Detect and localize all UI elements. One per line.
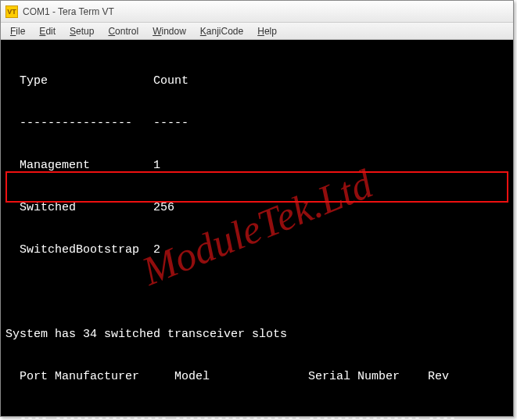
blank-line bbox=[1, 285, 513, 300]
menu-control[interactable]: Control bbox=[102, 24, 145, 38]
summary-header-dash: ---------------- ----- bbox=[1, 117, 513, 131]
menu-file[interactable]: File bbox=[4, 24, 31, 38]
menu-help[interactable]: Help bbox=[251, 24, 283, 38]
window-title: COM1 - Tera Term VT bbox=[23, 6, 114, 17]
app-window: VT COM1 - Tera Term VT File Edit Setup C… bbox=[0, 0, 514, 417]
summary-row: Switched 256 bbox=[1, 201, 513, 215]
summary-header: Type Count bbox=[1, 74, 513, 88]
watermark-text: ModuleTek.Ltd bbox=[142, 175, 373, 279]
terminal-area[interactable]: Type Count ---------------- ----- Manage… bbox=[1, 40, 513, 416]
menu-setup[interactable]: Setup bbox=[63, 24, 100, 38]
menubar: File Edit Setup Control Window KanjiCode… bbox=[1, 23, 513, 40]
app-icon: VT bbox=[5, 5, 18, 18]
summary-row: Management 1 bbox=[1, 159, 513, 173]
menu-window[interactable]: Window bbox=[146, 24, 192, 38]
highlight-ports-1-2 bbox=[5, 171, 508, 203]
menu-kanjicode[interactable]: KanjiCode bbox=[194, 24, 250, 38]
system-line: System has 34 switched transceiver slots bbox=[1, 328, 513, 342]
ports-header: Port Manufacturer Model Serial Number Re… bbox=[1, 370, 513, 384]
ports-header-dash: ---- ---------------- ------------------… bbox=[1, 412, 513, 420]
menu-edit[interactable]: Edit bbox=[33, 24, 62, 38]
titlebar[interactable]: VT COM1 - Tera Term VT bbox=[1, 1, 513, 23]
summary-row: SwitchedBootstrap 2 bbox=[1, 243, 513, 257]
